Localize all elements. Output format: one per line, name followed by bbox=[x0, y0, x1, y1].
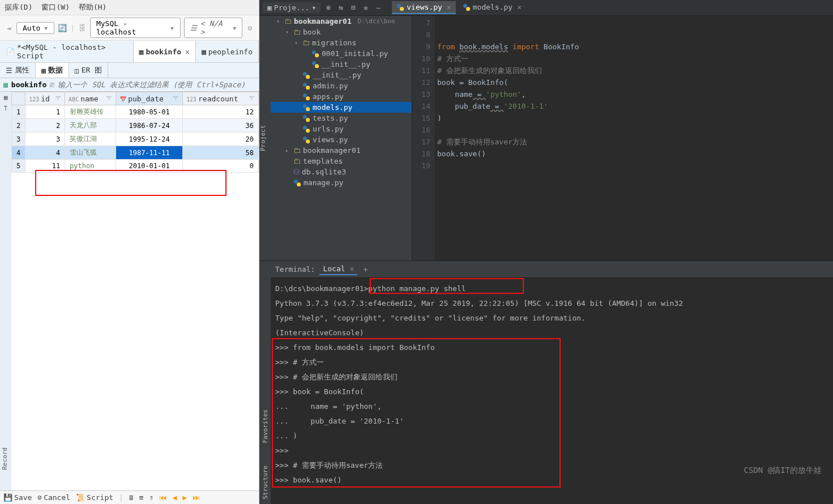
cell-id[interactable]: 3 bbox=[25, 133, 65, 146]
cell-pub_date[interactable]: 1986-07-24 bbox=[116, 119, 183, 133]
cell-pub_date[interactable]: 1995-12-24 bbox=[116, 133, 183, 146]
tree-node[interactable]: tests.py bbox=[271, 113, 412, 123]
menu-database[interactable]: 据库(D) bbox=[5, 2, 32, 12]
tree-node[interactable]: ▸🗀bookmanager01 bbox=[271, 145, 412, 156]
cell-pub_date[interactable]: 2010-01-01 bbox=[116, 160, 183, 173]
close-icon[interactable]: ✕ bbox=[445, 3, 451, 11]
filter-toggle-icon[interactable]: ⎚ bbox=[50, 80, 54, 89]
collapse-icon[interactable]: ⊟ bbox=[349, 3, 358, 12]
cell-id[interactable]: 2 bbox=[25, 119, 65, 133]
cell-readcount[interactable]: 36 bbox=[182, 119, 258, 133]
tree-node[interactable]: ⛁db.sqlite3 bbox=[271, 166, 412, 177]
cell-name[interactable]: 笑傲江湖 bbox=[65, 133, 116, 146]
first-icon[interactable]: ⏮ bbox=[159, 493, 166, 502]
tree-node[interactable]: __init__.py bbox=[271, 59, 412, 70]
nav-prev-icon[interactable]: ≡ bbox=[139, 493, 144, 502]
tab-views[interactable]: views.py✕ bbox=[392, 1, 455, 14]
prev-icon[interactable]: ◀ bbox=[172, 493, 177, 502]
tab-bookinfo[interactable]: ▦bookinfo✕ bbox=[134, 41, 196, 62]
code-editor[interactable]: 78910111213141516171819 from book.models… bbox=[412, 16, 833, 260]
tree-node[interactable]: __init__.py bbox=[271, 70, 412, 80]
cell-readcount[interactable]: 20 bbox=[182, 133, 258, 146]
col-name[interactable]: ABCname🝖 bbox=[65, 92, 116, 105]
refresh-icon[interactable]: 🔄 bbox=[58, 23, 67, 32]
favorites-tab[interactable]: Favorites bbox=[262, 409, 269, 443]
tab-script[interactable]: 📄*<MySQL - localhost> Script bbox=[0, 41, 134, 62]
table-row[interactable]: 44雪山飞狐1987-11-1158 bbox=[12, 146, 259, 160]
cell-name[interactable]: 天龙八部 bbox=[65, 119, 116, 133]
table-row[interactable]: 33笑傲江湖1995-12-2420 bbox=[12, 133, 259, 146]
cell-name[interactable]: 射雕英雄传 bbox=[65, 105, 116, 119]
tree-node[interactable]: urls.py bbox=[271, 123, 412, 134]
sql-filter-input[interactable] bbox=[58, 80, 255, 89]
target-icon[interactable]: ⊕ bbox=[324, 3, 333, 12]
last-icon[interactable]: ⏭ bbox=[193, 493, 200, 502]
table-row[interactable]: 22天龙八部1986-07-2436 bbox=[12, 119, 259, 133]
nav-first-icon[interactable]: ≣ bbox=[129, 493, 134, 502]
tree-node[interactable]: 0001_initial.py bbox=[271, 48, 412, 59]
data-table[interactable]: 123id🝖 ABCname🝖 📅pub_date🝖 123readcount🝖… bbox=[11, 92, 259, 173]
table-row[interactable]: 511python2010-01-010 bbox=[12, 160, 259, 173]
minimize-icon[interactable]: — bbox=[374, 3, 383, 12]
tree-node[interactable]: models.py bbox=[271, 102, 412, 113]
col-id[interactable]: 123id🝖 bbox=[25, 92, 65, 105]
text-mode-icon[interactable]: T bbox=[4, 105, 8, 112]
terminal[interactable]: Terminal: Local ✕ ＋ D:\dcs\bookmanager01… bbox=[271, 261, 833, 504]
tree-node[interactable]: ▾🗀migrations bbox=[271, 37, 412, 48]
cell-readcount[interactable]: 58 bbox=[182, 146, 258, 160]
cell-id[interactable]: 4 bbox=[25, 146, 65, 160]
settings-icon[interactable]: ⚙ bbox=[246, 23, 254, 32]
db-toolbar: ◄ Auto▾ 🔄 | 🗄 MySQL - localhost▾ ☰< N/A … bbox=[0, 15, 259, 41]
grid-mode-icon[interactable]: ▦ bbox=[4, 94, 8, 101]
tree-node[interactable]: admin.py bbox=[271, 80, 412, 91]
tree-node[interactable]: views.py bbox=[271, 134, 412, 145]
col-pubdate[interactable]: 📅pub_date🝖 bbox=[116, 92, 183, 105]
structure-tab[interactable]: Structure bbox=[262, 465, 269, 499]
col-readcount[interactable]: 123readcount🝖 bbox=[182, 92, 258, 105]
tab-peopleinfo[interactable]: ▦peopleinfo bbox=[196, 41, 259, 62]
next-icon[interactable]: ▶ bbox=[182, 493, 187, 502]
back-icon[interactable]: ◄ bbox=[5, 23, 13, 32]
cell-name[interactable]: python bbox=[65, 160, 116, 173]
subtab-er[interactable]: ◫ER 图 bbox=[69, 63, 108, 78]
subtab-data[interactable]: ▦数据 bbox=[36, 63, 69, 78]
cell-readcount[interactable]: 12 bbox=[182, 105, 258, 119]
code-area[interactable]: from book.models import BookInfo # 方式一 #… bbox=[435, 16, 833, 260]
close-icon[interactable]: ✕ bbox=[515, 3, 522, 11]
tree-node[interactable]: ▾🗀book bbox=[271, 27, 412, 37]
grid-status-bar: 💾 Save ⊘ Cancel 📜 Script | ≣ ≡ ⇑ ⏮ ◀ ▶ ⏭ bbox=[0, 490, 259, 504]
cell-readcount[interactable]: 0 bbox=[182, 160, 258, 173]
close-icon[interactable]: ✕ bbox=[349, 264, 354, 273]
cell-name[interactable]: 雪山飞狐 bbox=[65, 146, 116, 160]
cell-pub_date[interactable]: 1980-05-01 bbox=[116, 105, 183, 119]
gear-icon[interactable]: ✲ bbox=[361, 3, 370, 12]
project-side-tab[interactable]: Project bbox=[259, 16, 271, 260]
data-grid[interactable]: ▦ T 123id🝖 ABCname🝖 📅pub_date🝖 123readco… bbox=[0, 92, 259, 490]
terminal-tab-local[interactable]: Local ✕ bbox=[319, 263, 357, 275]
na-combo[interactable]: ☰< N/A >▾ bbox=[184, 18, 242, 38]
menu-window[interactable]: 窗口(W) bbox=[41, 2, 69, 12]
terminal-label: Terminal: bbox=[275, 265, 315, 274]
auto-combo[interactable]: Auto▾ bbox=[16, 22, 54, 34]
tree-node[interactable]: apps.py bbox=[271, 91, 412, 102]
settings2-icon[interactable]: ⇆ bbox=[336, 3, 345, 12]
cancel-button[interactable]: ⊘ Cancel bbox=[37, 493, 70, 502]
cell-id[interactable]: 11 bbox=[25, 160, 65, 173]
tree-node[interactable]: ▾🗀bookmanager01 D:\dcs\boo bbox=[271, 16, 412, 27]
menu-help[interactable]: 帮助(H) bbox=[79, 2, 106, 12]
cell-id[interactable]: 1 bbox=[25, 105, 65, 119]
project-tree[interactable]: ▾🗀bookmanager01 D:\dcs\boo▾🗀book▾🗀migrat… bbox=[271, 16, 412, 260]
project-dropdown[interactable]: ▣ Proje... ▾ bbox=[263, 2, 321, 13]
tree-node[interactable]: manage.py bbox=[271, 177, 412, 188]
connection-combo[interactable]: MySQL - localhost▾ bbox=[90, 18, 181, 38]
script-button[interactable]: 📜 Script bbox=[76, 493, 113, 502]
nav-up-icon[interactable]: ⇑ bbox=[149, 493, 154, 502]
cell-pub_date[interactable]: 1987-11-11 bbox=[116, 146, 183, 160]
table-row[interactable]: 11射雕英雄传1980-05-0112 bbox=[12, 105, 259, 119]
close-icon[interactable]: ✕ bbox=[183, 48, 190, 56]
subtab-props[interactable]: ☰属性 bbox=[0, 63, 36, 78]
save-button[interactable]: 💾 Save bbox=[3, 493, 32, 502]
add-terminal-icon[interactable]: ＋ bbox=[362, 264, 369, 275]
tree-node[interactable]: 🗀templates bbox=[271, 156, 412, 166]
tab-models[interactable]: models.py✕ bbox=[458, 1, 526, 14]
